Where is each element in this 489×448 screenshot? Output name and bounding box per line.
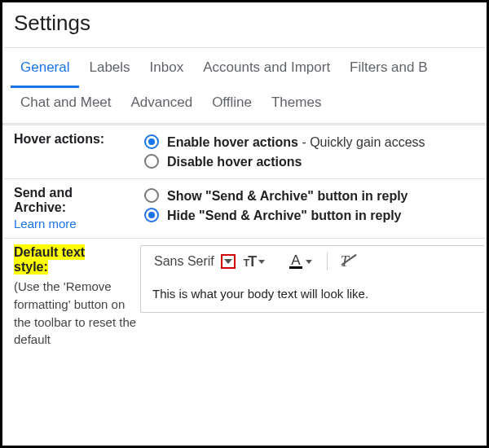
caret-down-icon [224, 259, 232, 264]
text-color-button[interactable]: A [284, 255, 316, 269]
default-style-label-2: style: [14, 259, 48, 275]
section-default-text-style: Default text style: (Use the 'Remove for… [2, 238, 487, 376]
radio-hide-send-archive[interactable] [144, 208, 159, 222]
font-size-button[interactable]: TT [240, 253, 268, 270]
tab-accounts[interactable]: Accounts and Import [193, 48, 340, 88]
text-size-icon: TT [244, 253, 255, 270]
radio-hover-enable[interactable] [144, 134, 159, 149]
hide-send-archive-label[interactable]: Hide "Send & Archive" button in reply [167, 207, 402, 225]
formatting-toolbar: Sans Serif TT A T This is what your body… [140, 245, 484, 313]
caret-down-icon [258, 260, 265, 264]
default-style-help: (Use the 'Remove formatting' button on t… [14, 278, 144, 349]
send-archive-label-2: Archive: [14, 200, 66, 214]
caret-down-icon [306, 260, 312, 264]
hover-enable-desc: - Quickly gain access [298, 135, 425, 149]
default-style-label-1: Default text [14, 244, 85, 260]
hide-send-archive-text: Hide "Send & Archive" button in reply [167, 209, 402, 222]
hover-disable-strong: Disable hover actions [167, 155, 302, 169]
tab-chat[interactable]: Chat and Meet [11, 88, 121, 123]
learn-more-link[interactable]: Learn more [14, 217, 77, 231]
hover-actions-label: Hover actions: [14, 132, 104, 146]
section-send-archive: Send and Archive: Learn more Show "Send … [2, 178, 487, 238]
tab-labels[interactable]: Labels [79, 48, 139, 88]
radio-hover-disable[interactable] [144, 154, 159, 169]
font-family-button[interactable]: Sans Serif [151, 253, 216, 270]
text-style-preview: This is what your body text will look li… [151, 282, 476, 309]
hover-disable-label[interactable]: Disable hover actions [167, 153, 302, 171]
font-family-dropdown[interactable] [221, 254, 236, 269]
tabs-primary: General Labels Inbox Accounts and Import… [2, 47, 487, 123]
hover-enable-strong: Enable hover actions [167, 135, 298, 149]
default-style-label: Default text style: [14, 244, 85, 275]
show-send-archive-label[interactable]: Show "Send & Archive" button in reply [167, 187, 408, 205]
tab-inbox[interactable]: Inbox [140, 48, 194, 88]
tab-advanced[interactable]: Advanced [121, 88, 203, 123]
radio-show-send-archive[interactable] [144, 188, 159, 203]
tab-offline[interactable]: Offline [202, 88, 262, 123]
remove-formatting-button[interactable]: T [337, 253, 353, 270]
send-archive-label-1: Send and [14, 186, 73, 200]
hover-enable-label[interactable]: Enable hover actions - Quickly gain acce… [167, 134, 425, 152]
remove-formatting-icon: T [341, 253, 350, 270]
text-color-icon: A [289, 255, 302, 269]
tab-general[interactable]: General [11, 48, 79, 88]
tab-themes[interactable]: Themes [262, 88, 331, 123]
show-send-archive-text: Show "Send & Archive" button in reply [167, 189, 408, 203]
tab-filters[interactable]: Filters and B [340, 48, 437, 88]
toolbar-separator [327, 253, 328, 270]
page-title: Settings [14, 11, 475, 36]
section-hover-actions: Hover actions: Enable hover actions - Qu… [2, 125, 487, 178]
